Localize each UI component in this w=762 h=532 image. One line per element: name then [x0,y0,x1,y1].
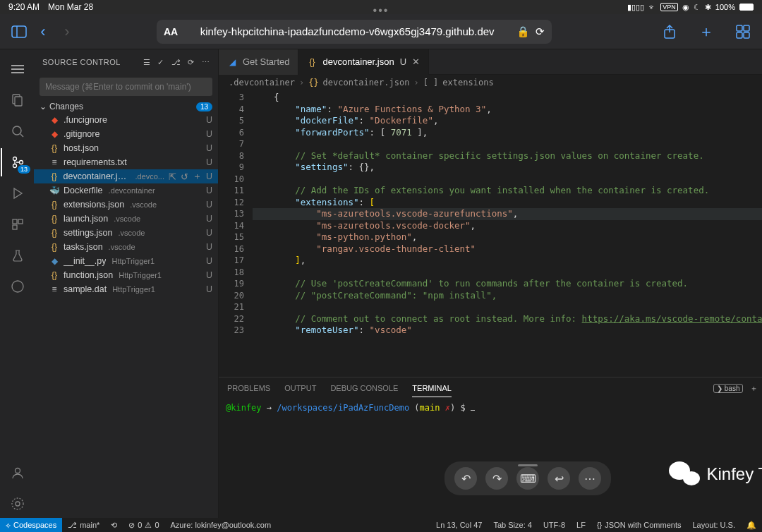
problems-indicator[interactable]: ⊘0 ⚠0 [123,518,164,532]
encoding[interactable]: UTF-8 [538,518,571,532]
code-line[interactable]: "forwardPorts": [ 7071 ], [253,127,762,139]
tab-size[interactable]: Tab Size: 4 [488,518,537,532]
code-line[interactable]: // "postCreateCommand": "npm install", [253,290,762,302]
scm-file-row[interactable]: {}settings.json.vscodeU [34,226,218,240]
scm-file-row[interactable]: ≡sample.datHttpTrigger1U [34,282,218,296]
code-line[interactable] [253,138,762,150]
run-debug-icon[interactable] [1,179,35,207]
cursor-position[interactable]: Ln 13, Col 47 [430,518,488,532]
code-line[interactable]: "name": "Azure Functions & Python 3", [253,104,762,116]
code-line[interactable]: // Set *default* container specific sett… [253,150,762,162]
azure-account[interactable]: Azure: lokinfey@outlook.com [165,518,277,532]
text-size-button[interactable]: AA [164,26,178,37]
crumb-symbol[interactable]: extensions [442,78,493,87]
code-line[interactable]: "ms-azuretools.vscode-azurefunctions", [253,208,762,220]
remote-indicator[interactable]: ⟡ Codespaces [0,518,62,532]
branch-create-icon[interactable]: ⎇ [171,58,181,67]
code-line[interactable] [253,174,762,186]
notifications-icon[interactable]: 🔔 [741,518,762,532]
scm-file-row[interactable]: {}devcontainer.json.devco...⇱↺＋U [34,169,218,183]
account-icon[interactable] [1,459,35,487]
code-editor[interactable]: 34567891011121314151617181920212223 { "n… [219,90,762,377]
code-line[interactable]: "ms-python.python", [253,231,762,243]
code-line[interactable]: // Use 'postCreateCommand' to run comman… [253,278,762,290]
open-file-icon[interactable]: ⇱ [169,171,176,182]
editor-tab[interactable]: ◢Get Started [219,49,298,75]
new-tab-button[interactable]: ＋ [694,20,718,44]
drag-handle-icon[interactable] [518,464,538,466]
view-tree-icon[interactable]: ☰ [143,58,151,67]
layout[interactable]: Layout: U.S. [687,518,741,532]
code-line[interactable]: "remoteUser": "vscode" [253,325,762,337]
crumb-file[interactable]: devcontainer.json [323,78,410,87]
crumb-folder[interactable]: .devcontainer [229,78,295,87]
scm-file-row[interactable]: ≡requirements.txtU [34,155,218,169]
code-line[interactable]: "settings": {}, [253,162,762,174]
code-line[interactable]: "dockerFile": "Dockerfile", [253,115,762,127]
changes-header[interactable]: ⌄ Changes 13 [34,100,218,113]
branch-icon: ⎇ [68,521,77,530]
scm-file-row[interactable]: {}tasks.json.vscodeU [34,240,218,254]
branch-indicator[interactable]: ⎇ main* [62,518,105,532]
scm-file-row[interactable]: ◆.funcignoreU [34,113,218,127]
code-line[interactable]: "ms-azuretools.vscode-docker", [253,220,762,232]
ipad-keyboard-toolbar[interactable]: ↶ ↷ ⌨ ↩ ⋯ [445,461,611,495]
new-terminal-icon[interactable]: ＋ [750,383,758,394]
editor-tab[interactable]: {}devcontainer.jsonU✕ [298,49,429,75]
terminal-shell-badge[interactable]: ❯ bash [713,384,743,393]
svg-point-16 [13,164,17,168]
settings-gear-icon[interactable] [1,490,35,518]
code-line[interactable]: { [253,92,762,104]
panel-tab-terminal[interactable]: TERMINAL [412,380,452,397]
testing-icon[interactable] [1,241,35,270]
commit-check-icon[interactable]: ✓ [157,58,164,67]
keyboard-icon[interactable]: ⌨ [516,467,539,490]
scm-file-row[interactable]: {}launch.json.vscodeU [34,212,218,226]
tabs-button[interactable] [731,20,755,44]
explorer-icon[interactable] [1,86,35,114]
panel-tab-problems[interactable]: PROBLEMS [227,380,270,397]
code-line[interactable]: ], [253,255,762,267]
source-control-icon[interactable]: 13 [1,148,35,176]
code-line[interactable]: "rangav.vscode-thunder-client" [253,243,762,255]
github-icon[interactable] [1,272,35,301]
file-name: __init__.py [64,256,106,266]
commit-message-input[interactable]: Message (⌘Enter to commit on 'main') [40,78,212,96]
sidebar-toggle-button[interactable] [7,20,31,44]
panel-tab-debug[interactable]: DEBUG CONSOLE [330,380,398,397]
redo-button[interactable]: ↷ [485,467,508,490]
search-icon[interactable] [1,117,35,145]
return-icon[interactable]: ↩ [548,467,570,490]
breadcrumbs[interactable]: .devcontainer › {} devcontainer.json › [… [219,75,762,90]
address-bar[interactable]: AA kinfey-hkpcitchina-ipadazfuncdemo-v6w… [157,20,552,44]
scm-file-row[interactable]: 🐳Dockerfile.devcontainerU [34,183,218,198]
stage-icon[interactable]: ＋ [193,171,202,183]
code-line[interactable]: "extensions": [ [253,197,762,209]
share-button[interactable] [658,20,682,44]
file-name: extensions.json [64,200,124,210]
more-icon[interactable]: ⋯ [202,58,210,67]
refresh-icon[interactable]: ⟳ [188,58,195,67]
scm-file-row[interactable]: {}function.jsonHttpTrigger1U [34,268,218,282]
code-line[interactable]: // Add the IDs of extensions you want in… [253,185,762,197]
scm-file-row[interactable]: {}extensions.json.vscodeU [34,198,218,212]
code-line[interactable] [253,301,762,313]
back-button[interactable]: ‹ [31,20,55,44]
discard-icon[interactable]: ↺ [181,171,188,182]
reload-button[interactable]: ⟳ [536,25,545,38]
multitask-handle-icon[interactable]: ••• [373,4,389,17]
menu-button[interactable] [1,55,35,83]
panel-tab-output[interactable]: OUTPUT [284,380,316,397]
scm-file-row[interactable]: ◆__init__.pyHttpTrigger1U [34,254,218,268]
extensions-icon[interactable] [1,210,35,238]
undo-button[interactable]: ↶ [454,467,477,490]
eol[interactable]: LF [571,518,591,532]
more-kbd-icon[interactable]: ⋯ [579,467,601,490]
scm-file-row[interactable]: ◆.gitignoreU [34,127,218,141]
close-tab-icon[interactable]: ✕ [412,56,420,67]
code-line[interactable] [253,267,762,279]
code-line[interactable]: // Comment out to connect as root instea… [253,313,762,325]
language-mode[interactable]: {} JSON with Comments [591,518,687,532]
sync-button[interactable]: ⟲ [105,518,123,532]
scm-file-row[interactable]: {}host.jsonU [34,141,218,155]
